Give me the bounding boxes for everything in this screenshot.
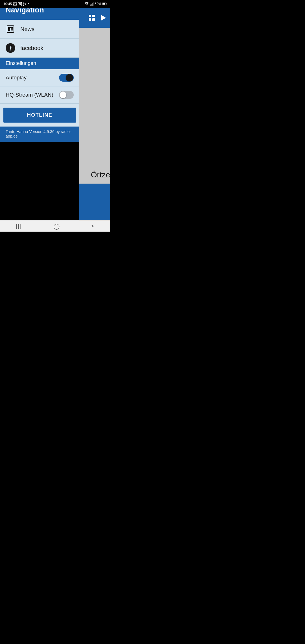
nav-home-button[interactable]: ◯ bbox=[53, 223, 60, 230]
autoplay-toggle[interactable] bbox=[59, 74, 74, 82]
svg-rect-12 bbox=[89, 18, 91, 21]
hotline-button[interactable]: HOTLINE bbox=[3, 108, 76, 123]
hq-stream-toggle[interactable] bbox=[59, 91, 74, 99]
svg-rect-10 bbox=[89, 15, 91, 17]
svg-rect-3 bbox=[90, 5, 91, 6]
nav-item-news[interactable]: News bbox=[0, 20, 79, 39]
grid-icon[interactable] bbox=[88, 14, 95, 21]
svg-rect-0 bbox=[13, 3, 17, 5]
status-left: 10:45 N • bbox=[3, 2, 29, 6]
svg-rect-5 bbox=[92, 3, 93, 6]
play-icon[interactable] bbox=[99, 14, 107, 21]
facebook-label: facebook bbox=[20, 45, 43, 51]
battery-icon bbox=[102, 3, 107, 5]
n-icon: N bbox=[18, 2, 22, 6]
nav-recents-button[interactable]: ||| bbox=[16, 223, 21, 229]
wifi-icon bbox=[84, 2, 89, 6]
svg-rect-9 bbox=[103, 3, 105, 5]
svg-rect-6 bbox=[93, 2, 93, 6]
svg-rect-8 bbox=[106, 3, 107, 5]
settings-section-label: Einstellungen bbox=[0, 58, 79, 69]
svg-marker-2 bbox=[23, 3, 26, 6]
facebook-icon: f bbox=[6, 43, 15, 53]
dot-indicator: • bbox=[28, 2, 29, 6]
svg-rect-4 bbox=[91, 4, 91, 6]
status-bar: 10:45 N • 52% bbox=[0, 0, 110, 8]
photo-icon bbox=[13, 2, 17, 6]
svg-marker-14 bbox=[101, 15, 106, 21]
version-text: Tante Hanna Version 4.9.36 by radio-app.… bbox=[0, 127, 79, 142]
status-right: 52% bbox=[84, 2, 107, 6]
signal-icon bbox=[90, 2, 94, 6]
svg-rect-22 bbox=[8, 28, 10, 31]
send-icon bbox=[23, 2, 27, 6]
nav-item-facebook[interactable]: f facebook bbox=[0, 39, 79, 58]
autoplay-label: Autoplay bbox=[6, 75, 27, 81]
news-label: News bbox=[20, 26, 34, 32]
hq-stream-label: HQ-Stream (WLAN) bbox=[6, 92, 53, 98]
drawer-black-area bbox=[0, 142, 79, 220]
svg-rect-11 bbox=[92, 15, 95, 17]
news-icon bbox=[6, 24, 15, 34]
battery-display: 52% bbox=[95, 2, 101, 6]
hq-stream-row: HQ-Stream (WLAN) bbox=[0, 86, 79, 104]
drawer-content: News f facebook Einstellungen Autoplay H… bbox=[0, 20, 79, 220]
svg-rect-13 bbox=[92, 18, 95, 21]
oertze-text: Örtze bbox=[91, 170, 110, 179]
autoplay-row: Autoplay bbox=[0, 69, 79, 86]
time-display: 10:45 bbox=[3, 2, 12, 6]
nav-back-button[interactable]: < bbox=[91, 223, 94, 229]
navigation-drawer: Navigation News f facebook Einst bbox=[0, 0, 79, 220]
bottom-nav-bar: ||| ◯ < bbox=[0, 220, 110, 232]
svg-rect-20 bbox=[7, 26, 14, 32]
